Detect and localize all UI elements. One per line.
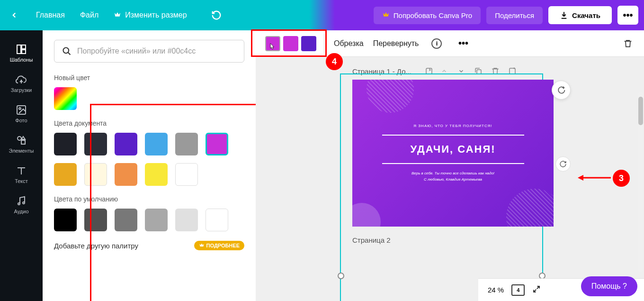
svg-rect-12: [477, 70, 481, 74]
default-color-swatch[interactable]: [115, 209, 137, 231]
design-title: УДАЧИ, САНЯ!: [410, 143, 495, 155]
doc-color-swatch[interactable]: [84, 133, 107, 155]
more-badge[interactable]: ПОДРОБНЕЕ: [194, 241, 244, 250]
color-search[interactable]: [54, 40, 244, 63]
add-page-button[interactable]: [508, 66, 517, 76]
sidebar-elements[interactable]: Элементы: [0, 129, 43, 159]
text-icon: [16, 165, 27, 176]
vertical-scrollbar[interactable]: [638, 92, 643, 272]
context-toolbar: Обрезка Перевернуть i ••• 4: [256, 30, 644, 57]
notes-icon[interactable]: [424, 66, 434, 76]
doc-color-swatch[interactable]: [115, 133, 137, 155]
doc-color-swatch[interactable]: [115, 163, 137, 186]
doc-color-swatch[interactable]: [145, 163, 168, 186]
page-grid-button[interactable]: 4: [511, 284, 525, 296]
doc-color-swatch[interactable]: [54, 133, 77, 155]
download-icon: [560, 11, 568, 19]
audio-icon: [16, 195, 27, 207]
zoom-value[interactable]: 24 %: [488, 286, 504, 294]
sync-button[interactable]: [555, 156, 571, 172]
trash-icon: [623, 39, 633, 48]
doc-colors-label: Цвета документа: [54, 119, 244, 127]
svg-point-7: [18, 203, 20, 205]
doc-color-swatch[interactable]: [206, 133, 228, 155]
svg-rect-2: [22, 50, 26, 54]
default-color-swatch[interactable]: [84, 209, 107, 231]
crown-icon: [114, 11, 121, 19]
new-color-label: Новый цвет: [54, 74, 244, 82]
svg-rect-11: [426, 68, 432, 74]
doc-color-swatch[interactable]: [145, 133, 168, 155]
more-context-button[interactable]: •••: [455, 35, 472, 52]
resize-button[interactable]: Изменить размер: [112, 7, 188, 23]
default-colors-label: Цвета по умолчанию: [54, 195, 244, 203]
canvas-area: Обрезка Перевернуть i ••• 4 Страница 1 -…: [256, 30, 644, 301]
crop-button[interactable]: Обрезка: [334, 39, 364, 48]
side-nav: Шаблоны Загрузки Фото Элементы Текст Ауд…: [0, 30, 43, 301]
delete-button[interactable]: [619, 35, 636, 52]
color-picker-button[interactable]: [54, 87, 77, 110]
default-color-swatch[interactable]: [206, 209, 228, 231]
default-color-swatch[interactable]: [145, 209, 168, 231]
crown-icon: [382, 11, 390, 19]
doc-color-swatch[interactable]: [84, 163, 107, 186]
fill-color-chip-3[interactable]: [301, 36, 316, 51]
duplicate-page-button[interactable]: [474, 66, 483, 76]
svg-point-8: [23, 202, 25, 204]
color-search-input[interactable]: [77, 47, 236, 55]
sidebar-templates[interactable]: Шаблоны: [0, 38, 43, 68]
design-page-1[interactable]: Я ЗНАЮ, ЧТО У ТЕБЯ ПОЛУЧИТСЯ! УДАЧИ, САН…: [352, 80, 554, 227]
cloud-upload-icon: [16, 74, 27, 85]
download-button[interactable]: Скачать: [548, 6, 612, 24]
file-menu[interactable]: Файл: [78, 7, 100, 23]
svg-rect-1: [22, 45, 26, 49]
default-color-swatch[interactable]: [54, 209, 77, 231]
annotation-3: 3: [613, 170, 630, 187]
comment-plus-icon: [556, 85, 566, 95]
flip-button[interactable]: Перевернуть: [373, 39, 419, 48]
delete-page-button[interactable]: [491, 66, 500, 76]
svg-rect-0: [17, 45, 21, 54]
refresh-icon: [559, 160, 567, 168]
svg-point-9: [63, 48, 69, 54]
design-sub1: Верь в себя. Ты точно все сделаешь как н…: [411, 171, 494, 177]
color-panel: Новый цвет Цвета документа Цвета по умол…: [43, 30, 256, 301]
help-button[interactable]: Помощь ?: [581, 276, 637, 296]
svg-point-4: [19, 108, 21, 109]
doc-color-swatch[interactable]: [54, 163, 77, 186]
annotation-arrow-3: [578, 173, 611, 182]
info-button[interactable]: i: [428, 35, 445, 52]
search-icon: [62, 46, 72, 56]
svg-rect-6: [21, 140, 25, 144]
info-icon: i: [431, 38, 442, 49]
fullscreen-button[interactable]: [532, 285, 541, 295]
templates-icon: [16, 44, 27, 55]
sidebar-audio[interactable]: Аудио: [0, 190, 43, 220]
sidebar-photos[interactable]: Фото: [0, 99, 43, 129]
home-link[interactable]: Главная: [34, 7, 67, 23]
sidebar-uploads[interactable]: Загрузки: [0, 68, 43, 99]
page-2-title: Страница 2: [352, 236, 633, 244]
sidebar-text[interactable]: Текст: [0, 159, 43, 190]
doc-color-swatch[interactable]: [175, 133, 198, 155]
fill-color-chip-2[interactable]: [283, 36, 298, 51]
svg-rect-13: [510, 68, 515, 74]
design-sub2: С любовью, Клавдия Артемьева: [411, 177, 494, 183]
doc-color-swatch[interactable]: [175, 163, 198, 186]
move-up-button[interactable]: [439, 66, 449, 76]
try-pro-button[interactable]: Попробовать Canva Pro: [374, 7, 481, 24]
design-pretitle: Я ЗНАЮ, ЧТО У ТЕБЯ ПОЛУЧИТСЯ!: [413, 124, 492, 128]
add-comment-button[interactable]: [552, 81, 571, 100]
top-toolbar: Главная Файл Изменить размер Попробовать…: [0, 0, 644, 30]
shapes-icon: [16, 135, 27, 146]
move-down-button[interactable]: [456, 66, 466, 76]
back-button[interactable]: [6, 7, 23, 24]
default-color-swatch[interactable]: [175, 209, 198, 231]
more-menu-button[interactable]: •••: [617, 6, 638, 25]
undo-button[interactable]: [208, 7, 225, 24]
share-button[interactable]: Поделиться: [486, 7, 543, 24]
fill-color-chip-1[interactable]: [265, 36, 280, 51]
crown-icon: [199, 243, 205, 248]
add-palette-link[interactable]: Добавьте другую палитру: [54, 242, 138, 250]
photo-icon: [16, 104, 27, 116]
